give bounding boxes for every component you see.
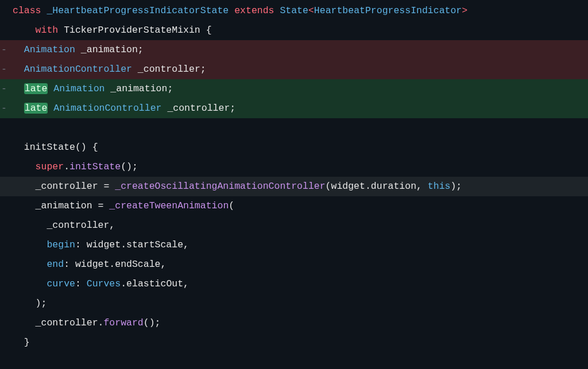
code-line-13: begin: widget.startScale, [0, 235, 588, 255]
blank-line [0, 118, 588, 138]
keyword-late: late [24, 83, 48, 94]
class-name: _HeartbeatProgressIndicatorState [47, 5, 229, 16]
fn-create-osc: _createOscillatingAnimationController [115, 181, 325, 192]
named-arg-end: end [47, 259, 64, 270]
code-line-2: with TickerProviderStateMixin { [0, 21, 588, 40]
diff-minus-icon: - [0, 40, 8, 60]
code-line-1: class _HeartbeatProgressIndicatorState e… [0, 1, 588, 21]
class-curves: Curves [87, 278, 121, 289]
keyword-this: this [428, 181, 451, 192]
diff-added-line: - late Animation _animation; [0, 79, 588, 99]
type-animation: Animation [24, 44, 75, 55]
diff-minus-icon: - [0, 79, 8, 99]
diff-added-line: - late AnimationController _controller; [0, 99, 588, 118]
keyword-class: class [13, 5, 41, 16]
code-line-10: _controller = _createOscillatingAnimatio… [0, 177, 588, 196]
code-line-14: end: widget.endScale, [0, 255, 588, 274]
keyword-extends: extends [234, 5, 274, 16]
fn-forward: forward [103, 317, 143, 328]
diff-deleted-line: - Animation _animation; [0, 40, 588, 60]
diff-minus-icon: - [0, 60, 8, 79]
diff-minus-icon: - [0, 99, 8, 118]
code-line-18: } [0, 333, 588, 352]
mixin-name: TickerProviderStateMixin { [64, 25, 211, 36]
diff-deleted-line: - AnimationController _controller; [0, 60, 588, 79]
named-arg-begin: begin [47, 239, 75, 250]
keyword-super: super [36, 161, 64, 172]
keyword-late: late [24, 103, 48, 114]
code-line-12: _controller, [0, 216, 588, 235]
code-line-initstate: initState() { [0, 138, 588, 157]
type-state: State [280, 5, 308, 16]
code-line-15: curve: Curves.elasticOut, [0, 274, 588, 294]
code-line-super: super.initState(); [0, 157, 588, 177]
fn-create-tween: _createTweenAnimation [109, 200, 229, 211]
code-line-11: _animation = _createTweenAnimation( [0, 196, 588, 216]
named-arg-curve: curve [47, 278, 75, 289]
type-param: HeartbeatProgressIndicator [314, 5, 462, 16]
type-controller: AnimationController [24, 64, 132, 75]
keyword-with: with [36, 25, 59, 36]
code-line-16: ); [0, 294, 588, 313]
code-line-17: _controller.forward(); [0, 313, 588, 333]
